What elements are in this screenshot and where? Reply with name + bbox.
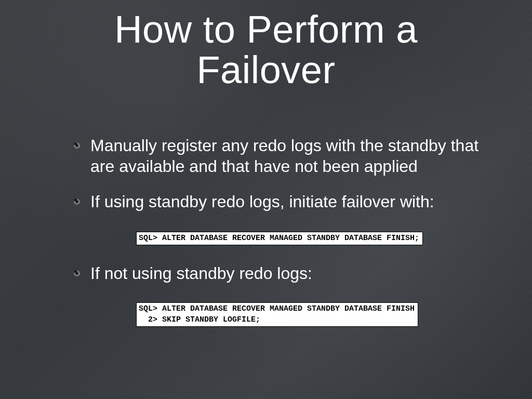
sql-code-block: SQL> ALTER DATABASE RECOVER MANAGED STAN… <box>136 302 418 327</box>
slide-title: How to Perform a Failover <box>0 0 532 90</box>
svg-point-2 <box>74 270 80 276</box>
bullet-text: Manually register any redo logs with the… <box>90 135 501 177</box>
svg-point-0 <box>74 142 80 149</box>
bullet-item: If not using standby redo logs: <box>73 263 501 284</box>
bullet-item: If using standby redo logs, initiate fai… <box>73 191 501 212</box>
svg-point-1 <box>74 198 80 205</box>
swirl-bullet-icon <box>73 197 81 206</box>
bullet-text: If using standby redo logs, initiate fai… <box>90 191 434 212</box>
slide-content: Manually register any redo logs with the… <box>73 135 501 327</box>
bullet-text: If not using standby redo logs: <box>90 263 312 284</box>
swirl-bullet-icon <box>73 141 81 150</box>
slide: How to Perform a Failover Manually regis… <box>0 0 532 399</box>
title-line-2: Failover <box>196 48 335 91</box>
bullet-item: Manually register any redo logs with the… <box>73 135 501 177</box>
sql-code-block: SQL> ALTER DATABASE RECOVER MANAGED STAN… <box>136 232 423 245</box>
swirl-bullet-icon <box>73 269 81 277</box>
title-line-1: How to Perform a <box>114 8 418 51</box>
